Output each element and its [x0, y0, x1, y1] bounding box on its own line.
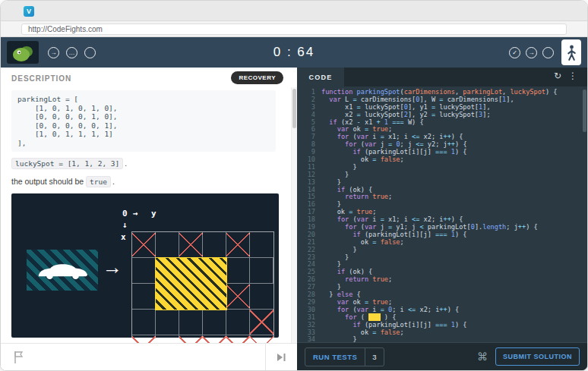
origin-label: 0 [122, 209, 128, 219]
parking-lot-code-block: parkingLot = [ [1, 0, 1, 0, 1, 0], [0, 0… [11, 90, 276, 152]
run-tests-button[interactable]: RUN TESTS [305, 348, 365, 366]
free-cell [132, 310, 156, 335]
lucky-spot-line: luckySpot = [1, 1, 2, 3]. [11, 159, 127, 168]
skip-forward-icon [277, 354, 286, 361]
flag-glyph-icon [13, 351, 24, 364]
walking-person-icon [566, 44, 577, 61]
scrollbar-thumb[interactable] [292, 89, 296, 128]
free-cell [226, 310, 250, 335]
code-line[interactable]: ok = false; [321, 156, 583, 164]
output-prefix: the output should be [11, 177, 84, 186]
description-footer [1, 343, 297, 370]
tab-code[interactable]: CODE [297, 68, 344, 86]
free-cell [250, 232, 273, 258]
editor-tabbar: CODE ↻ ⋮ [297, 68, 587, 86]
browser-tab-strip: V [1, 1, 587, 21]
recovery-badge: RECOVERY [231, 71, 283, 84]
code-panel: CODE ↻ ⋮ 1234567891011121314151617181920… [297, 68, 587, 370]
code-line[interactable]: ok = false; [321, 329, 583, 337]
transform-arrow-icon: → [103, 256, 122, 279]
x-axis-label: x [121, 232, 126, 242]
run-tests-group: RUN TESTS 3 [305, 347, 384, 366]
lucky-spot-value: luckySpot = [1, 1, 2, 3] [11, 158, 123, 169]
description-panel: DESCRIPTION RECOVERY parkingLot = [ [1, … [1, 68, 297, 370]
code-line[interactable]: ok = false; [321, 239, 583, 247]
expected-output-line: the output should be true. [11, 177, 115, 186]
free-cell [250, 284, 273, 310]
code-lines[interactable]: function parkingSpot(carDimensions, park… [321, 89, 583, 342]
code-line[interactable]: return true; [321, 276, 583, 284]
car-pad [27, 250, 98, 291]
empty-circle-icon[interactable] [542, 47, 554, 58]
code-line[interactable]: } [321, 171, 583, 179]
free-cell [179, 310, 203, 335]
command-icon: ⌘ [477, 351, 488, 363]
code-gutter: 1234567891011121314151617181920212223242… [297, 89, 315, 342]
test-count-badge[interactable]: 3 [365, 348, 383, 366]
url-input[interactable]: http://CodeFights.com [21, 24, 567, 35]
free-cell [203, 310, 226, 335]
blocked-cell [179, 232, 203, 258]
kebab-menu-icon[interactable]: ⋮ [568, 71, 577, 80]
blocked-cell [226, 232, 250, 258]
skip-task-button[interactable] [265, 344, 297, 370]
y-axis-label: y [151, 209, 156, 219]
code-line[interactable]: return true; [321, 193, 583, 201]
blocked-cell [226, 284, 250, 310]
check-icon: ✓ [512, 50, 517, 56]
arrow-circle-icon[interactable]: → [526, 47, 537, 58]
code-line[interactable]: } [321, 336, 583, 342]
code-line[interactable]: } [321, 247, 583, 254]
free-cell [156, 232, 179, 258]
editor-footer: RUN TESTS 3 ⌘ SUBMIT SOLUTION [297, 342, 587, 370]
arrow-right-icon: → [529, 50, 535, 56]
app-header: → … 0 : 64 ✓ → [1, 37, 587, 68]
blocked-cell [132, 232, 156, 258]
car-icon [34, 259, 90, 281]
code-editor[interactable]: 1234567891011121314151617181920212223242… [297, 86, 587, 342]
description-scrollbar[interactable] [291, 87, 297, 343]
codefights-favicon-icon[interactable]: V [24, 6, 34, 17]
code-line[interactable]: } [321, 164, 583, 171]
check-circle-icon[interactable]: ✓ [509, 47, 520, 58]
browser-window: V http://CodeFights.com → … 0 : 64 ✓ → [0, 0, 588, 371]
free-cell [203, 232, 226, 258]
line-number: 34 [297, 336, 315, 342]
free-cell [156, 310, 179, 335]
blocked-cell [250, 310, 273, 335]
free-cell [226, 258, 250, 284]
browser-toolbar: http://CodeFights.com [1, 21, 587, 37]
free-cell [250, 258, 273, 284]
match-timer: 0 : 64 [1, 45, 587, 60]
output-value: true [86, 176, 111, 187]
lucky-spot-suffix: . [125, 159, 127, 168]
y-axis-arrow-icon: → [133, 209, 138, 219]
reset-code-icon[interactable]: ↻ [554, 71, 561, 80]
code-line[interactable]: } [321, 254, 583, 262]
description-title: DESCRIPTION [11, 74, 71, 83]
free-cell [132, 284, 156, 310]
parking-visualization: 0 → y ↓ x → [11, 193, 279, 338]
x-axis-arrow-icon: ↓ [122, 220, 128, 230]
output-suffix: . [112, 177, 115, 186]
flag-icon[interactable] [13, 351, 24, 367]
submit-solution-button[interactable]: SUBMIT SOLUTION [495, 347, 580, 366]
opponent-avatar[interactable] [561, 39, 581, 65]
lucky-spot-overlay [156, 258, 226, 310]
editor-scrollbar[interactable] [583, 90, 586, 132]
free-cell [132, 258, 156, 284]
